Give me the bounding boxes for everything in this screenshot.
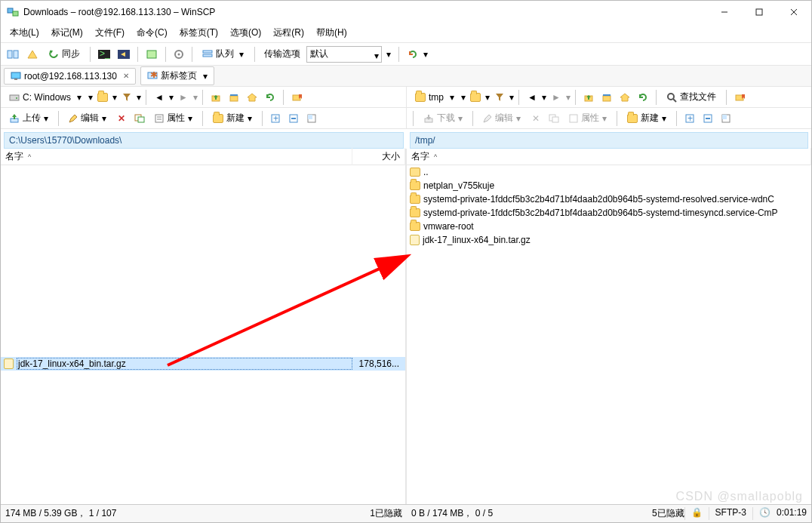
root-dir-icon[interactable]	[226, 89, 242, 106]
status-bar: 174 MB / 5.39 GB， 1 / 107 1已隐藏 0 B / 174…	[1, 504, 811, 522]
menu-tabs[interactable]: 标签页(T)	[174, 24, 224, 42]
invert-select-icon[interactable]	[718, 110, 734, 127]
duplicate-icon[interactable]	[131, 110, 148, 127]
terminal-icon[interactable]: >_	[95, 46, 113, 63]
menu-help[interactable]: 帮助(H)	[310, 24, 353, 42]
chevron-down-icon[interactable]: ▾	[383, 49, 394, 60]
refresh-icon[interactable]	[262, 89, 278, 106]
unselect-all-icon[interactable]	[700, 110, 716, 127]
col-size[interactable]: 大小	[352, 148, 405, 165]
unselect-all-icon[interactable]	[285, 110, 302, 127]
remote-dir-combo[interactable]: tmp ▾	[410, 89, 460, 106]
col-name[interactable]: 名字	[411, 150, 429, 163]
select-all-icon[interactable]: +	[267, 110, 284, 127]
file-name: systemd-private-1fddcf5b3c2b4d71bf4daab2…	[423, 194, 808, 205]
open-folder-icon[interactable]	[94, 89, 111, 106]
clock-icon: 🕓	[752, 507, 777, 520]
chevron-down-icon[interactable]: ▾	[112, 92, 117, 103]
bookmark-icon[interactable]	[731, 89, 748, 106]
reconnect-icon[interactable]	[404, 46, 422, 63]
chevron-down-icon[interactable]: ▾	[169, 92, 174, 103]
list-item[interactable]: systemd-private-1fddcf5b3c2b4d71bf4daab2…	[407, 206, 811, 220]
chevron-down-icon[interactable]: ▾	[238, 46, 245, 63]
file-size: 178,516...	[355, 358, 402, 369]
settings-icon[interactable]	[171, 46, 187, 63]
col-name[interactable]: 名字	[5, 150, 23, 163]
chevron-down-icon[interactable]: ▾	[137, 92, 141, 103]
duplicate-icon	[546, 110, 562, 127]
new-button[interactable]: 新建 ▾	[622, 110, 672, 127]
navigate-icon[interactable]	[115, 46, 133, 63]
window-close-button[interactable]	[777, 1, 811, 23]
local-column-headers[interactable]: 名字^ 大小	[1, 149, 405, 165]
list-item[interactable]: vmware-root	[407, 220, 811, 233]
list-item[interactable]: jdk-17_linux-x64_bin.tar.gz178,516...	[1, 357, 405, 371]
session-tab-new[interactable]: ✱ 新标签页 ▾	[140, 66, 214, 85]
home-icon[interactable]	[617, 89, 633, 106]
local-drive-combo[interactable]: C: Windows ▾	[4, 89, 87, 106]
bookmark-icon[interactable]	[288, 89, 305, 106]
menu-options[interactable]: 选项(O)	[224, 24, 267, 42]
filter-icon[interactable]	[118, 89, 135, 106]
session-tab-active[interactable]: root@192.168.113.130 ✕	[4, 68, 136, 85]
chevron-down-icon[interactable]: ▾	[542, 92, 546, 103]
properties-button[interactable]: 属性 ▾	[149, 110, 198, 127]
list-item[interactable]: systemd-private-1fddcf5b3c2b4d71bf4daab2…	[407, 192, 811, 206]
invert-select-icon[interactable]	[303, 110, 320, 127]
compare-icon[interactable]	[23, 46, 42, 63]
remote-file-list[interactable]: ..netplan_v755kujesystemd-private-1fddcf…	[407, 165, 811, 504]
svg-rect-27	[603, 96, 611, 101]
list-item[interactable]: ..	[407, 165, 811, 179]
delete-icon[interactable]: ✕	[113, 110, 130, 127]
parent-dir-icon[interactable]	[208, 89, 224, 106]
find-files-button[interactable]: 查找文件	[661, 89, 721, 106]
window-maximize-button[interactable]	[742, 1, 777, 23]
chevron-down-icon[interactable]: ▾	[509, 92, 514, 103]
remote-pane: 名字^ ..netplan_v755kujesystemd-private-1f…	[407, 149, 811, 504]
queue-button[interactable]: 队列 ▾	[197, 46, 250, 63]
filter-icon[interactable]	[491, 89, 508, 106]
chevron-down-icon[interactable]: ▾	[461, 92, 466, 103]
edit-button[interactable]: 编辑 ▾	[63, 110, 112, 127]
local-file-list[interactable]: jdk-17_linux-x64_bin.tar.gz178,516...	[1, 165, 405, 504]
winscp-site-icon[interactable]	[143, 46, 161, 63]
refresh-icon[interactable]	[635, 89, 651, 106]
chevron-down-icon[interactable]: ▾	[423, 49, 428, 60]
chevron-down-icon[interactable]: ▾	[203, 71, 208, 82]
chevron-down-icon: ▾	[44, 113, 48, 124]
sync-browse-icon[interactable]	[4, 46, 22, 63]
back-icon[interactable]: ◄	[524, 89, 540, 106]
local-path-bar[interactable]: C:\Users\15770\Downloads\	[4, 132, 404, 149]
menu-local[interactable]: 本地(L)	[4, 24, 45, 42]
root-dir-icon[interactable]	[598, 89, 615, 106]
close-icon[interactable]: ✕	[123, 72, 129, 80]
new-button[interactable]: 新建 ▾	[208, 110, 257, 127]
menu-file[interactable]: 文件(F)	[89, 24, 131, 42]
remote-nav-toolbar: tmp ▾ ▾ ▾ ▾ ◄▾ ►▾ 查找文件	[407, 87, 811, 107]
file-name: netplan_v755kuje	[423, 180, 808, 191]
list-item[interactable]: netplan_v755kuje	[407, 179, 811, 192]
session-tab-label: root@192.168.113.130	[24, 71, 117, 82]
list-item[interactable]: jdk-17_linux-x64_bin.tar.gz	[407, 233, 811, 247]
search-icon	[666, 92, 677, 103]
svg-rect-7	[14, 51, 18, 58]
open-folder-icon[interactable]	[467, 89, 484, 106]
local-pane: 名字^ 大小 jdk-17_linux-x64_bin.tar.gz178,51…	[1, 149, 407, 504]
transfer-mode-combo[interactable]: 默认 ▾	[306, 46, 382, 63]
menu-remote[interactable]: 远程(R)	[267, 24, 310, 42]
home-icon[interactable]	[244, 89, 260, 106]
upload-button[interactable]: 上传 ▾	[4, 110, 54, 127]
chevron-down-icon[interactable]: ▾	[485, 92, 490, 103]
window-minimize-button[interactable]	[707, 1, 742, 23]
synchronize-button[interactable]: 同步	[43, 46, 85, 63]
sort-asc-icon: ^	[434, 153, 437, 161]
chevron-down-icon[interactable]: ▾	[88, 92, 93, 103]
remote-path-bar[interactable]: /tmp/	[410, 132, 808, 149]
select-all-icon[interactable]: +	[681, 110, 698, 127]
menu-mark[interactable]: 标记(M)	[45, 24, 89, 42]
parent-dir-icon[interactable]	[580, 89, 597, 106]
transfer-options-label: 传输选项	[260, 48, 305, 60]
remote-column-headers[interactable]: 名字^	[407, 149, 811, 165]
back-icon[interactable]: ◄	[151, 89, 168, 106]
menu-command[interactable]: 命令(C)	[131, 24, 174, 42]
